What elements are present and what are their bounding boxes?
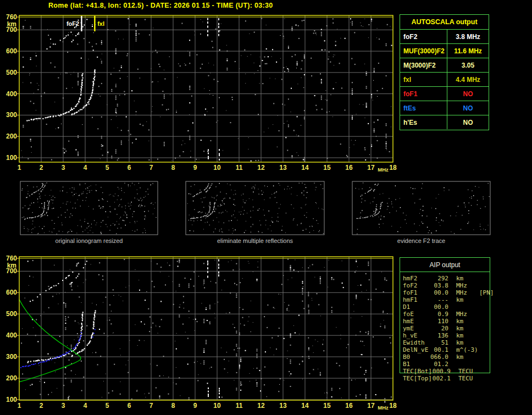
- aip-row-TECBot: TEC[Bot]000.9TECU: [403, 368, 502, 375]
- param-label: M(3000)F2: [400, 58, 447, 72]
- aip-cell-p: TEC[Bot]: [403, 368, 432, 375]
- x-tick-label: 5: [106, 164, 109, 171]
- x-tick-label: 8: [171, 164, 175, 171]
- y-axis-unit: km: [7, 20, 16, 28]
- aip-cell-p: B1: [403, 361, 430, 368]
- param-label: foF1: [400, 87, 447, 101]
- param-label: h'Es: [400, 115, 447, 129]
- aip-row-foE: foE0.9MHz: [403, 311, 502, 318]
- thumbnail-caption-evidence: evidence F2 trace: [352, 237, 490, 244]
- y-tick-label: 600: [6, 47, 17, 55]
- x-tick-label: 7: [149, 402, 153, 410]
- x-tick-label: 17: [367, 402, 375, 410]
- param-label: MUF(3000)F2: [400, 44, 447, 58]
- param-value: NO: [447, 115, 489, 129]
- aip-cell-v: 136: [430, 332, 448, 339]
- aip-row-B0: B0066.0km: [403, 353, 502, 361]
- aip-cell-u: [456, 361, 479, 368]
- aip-cell-v: 066.0: [430, 353, 448, 361]
- aip-cell-v: 51: [430, 339, 448, 346]
- y-tick-label: 760: [6, 254, 17, 262]
- x-tick-label: 9: [193, 402, 197, 410]
- aip-cell-v: 00.1: [430, 346, 448, 353]
- aip-cell-v: 002.1: [432, 375, 451, 382]
- scaled-frequency-markers: foF2fxI: [66, 16, 104, 31]
- y-tick-label: 200: [6, 132, 17, 140]
- aip-cell-p: TEC[Top]: [403, 375, 432, 382]
- aip-cell-u: MHz: [456, 311, 479, 318]
- aip-row-Ewidth: Ewidth51km: [403, 339, 502, 346]
- thumbnail-original: [20, 181, 158, 235]
- aip-cell-v: 110: [430, 318, 448, 325]
- aip-cell-p: hmF1: [403, 296, 430, 303]
- foF2-marker-label: foF2: [66, 20, 79, 27]
- thumbnail-caption-original: original ionogram resized: [20, 237, 158, 244]
- y-tick-label: 600: [6, 289, 17, 296]
- noise-dots: [21, 18, 392, 162]
- aip-cell-v: 03.8: [430, 282, 448, 289]
- aip-cell-p: foF2: [403, 282, 430, 289]
- bottom-ionogram: 760700600500400300200100km12345678910111…: [6, 254, 397, 411]
- aip-row-foF1: foF100.0MHz[PN]: [403, 289, 502, 296]
- param-value: 3.8 MHz: [447, 30, 489, 43]
- autoscala-table-title: AUTOSCALA output: [400, 15, 489, 30]
- aip-cell-p: B0: [403, 353, 430, 361]
- aip-cell-u: MHz: [456, 282, 479, 289]
- y-tick-label: 500: [6, 310, 17, 318]
- x-tick-label: 11: [236, 402, 243, 410]
- y-tick-label: 200: [6, 374, 17, 382]
- x-tick-label: 2: [40, 402, 43, 410]
- x-tick-label: 1: [18, 402, 21, 410]
- x-tick-label: 5: [106, 402, 109, 410]
- top-ionogram: 760700600500400300200100km12345678910111…: [6, 13, 397, 173]
- x-tick-label: 6: [128, 164, 131, 171]
- x-tick-label: 4: [84, 402, 87, 410]
- aip-cell-p: h_vE: [403, 332, 430, 339]
- aip-cell-v: 000.9: [432, 368, 451, 375]
- x-tick-label: 18: [389, 402, 397, 410]
- y-tick-label: 500: [6, 69, 17, 76]
- thumbnail-caption-eliminate: eliminate multiple reflections: [186, 237, 324, 244]
- aip-cell-p: foE: [403, 311, 430, 318]
- aip-row-hvE: h_vE136km: [403, 332, 502, 339]
- x-tick-label: 10: [213, 402, 221, 410]
- echo-traces: [19, 261, 96, 381]
- aip-cell-p: D1: [403, 303, 430, 311]
- aip-row-TECTop: TEC[Top]002.1TECU: [403, 375, 502, 382]
- x-tick-label: 14: [301, 164, 309, 171]
- x-tick-label: 8: [171, 402, 175, 410]
- aip-cell-p: Ewidth: [403, 339, 430, 346]
- param-value: NO: [447, 101, 489, 115]
- aip-row-DelNvE: DelN_vE00.1m^(-3): [403, 346, 502, 353]
- thumbnail-eliminate: [186, 181, 324, 235]
- aip-row-D1: D100.0: [403, 303, 502, 311]
- aip-cell-u: TECU: [458, 368, 481, 375]
- y-tick-label: 400: [6, 90, 17, 98]
- foF2-marker-line: [81, 16, 82, 31]
- x-tick-label: 1: [18, 164, 21, 171]
- aip-cell-x: [PN]: [479, 289, 494, 296]
- y-tick-label: 100: [6, 396, 17, 403]
- aip-row-foF2: foF203.8MHz: [403, 282, 502, 289]
- plot-border: [19, 257, 393, 400]
- y-axis-unit: km: [7, 262, 16, 269]
- noise-dots: [21, 259, 392, 403]
- param-value: 4.4 MHz: [447, 73, 489, 86]
- autoscala-row-foF2: foF23.8 MHz: [400, 30, 489, 44]
- aip-cell-u: km: [456, 325, 479, 332]
- aip-row-hmE: hmE110km: [403, 318, 502, 325]
- y-tick-label: 400: [6, 331, 17, 339]
- autoscala-row-fxI: fxI4.4 MHz: [400, 73, 489, 87]
- aip-cell-v: 00.0: [430, 289, 448, 296]
- autoscala-output-table: AUTOSCALA output foF23.8 MHzMUF(3000)F21…: [400, 14, 489, 130]
- aip-cell-u: km: [456, 318, 479, 325]
- x-tick-label: 11: [236, 164, 243, 171]
- aip-cell-u: [456, 303, 479, 311]
- x-tick-label: 12: [257, 164, 265, 171]
- x-tick-label: 6: [128, 402, 131, 410]
- station-title: Rome (lat: +41.8, lon: 012.5) - DATE: 20…: [48, 2, 273, 9]
- profile-curve: [19, 300, 81, 382]
- plot-border: [19, 15, 393, 162]
- aip-cell-v: 20: [430, 325, 448, 332]
- thumbnail-border: [186, 181, 324, 235]
